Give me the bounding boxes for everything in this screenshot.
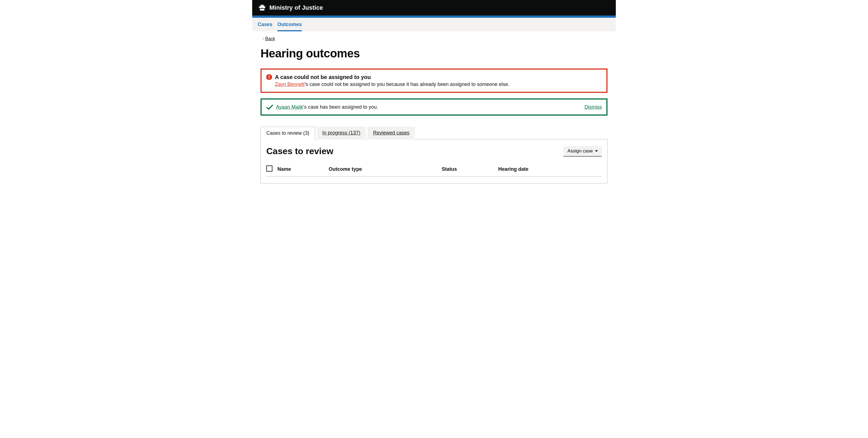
panel-header: Cases to review Assign case xyxy=(266,146,602,157)
dismiss-link[interactable]: Dismiss xyxy=(585,104,602,110)
nav-item-outcomes[interactable]: Outcomes xyxy=(277,18,302,31)
success-banner-message: Ayaan Malik's case has been assigned to … xyxy=(276,104,378,110)
svg-rect-1 xyxy=(269,75,270,77)
success-banner: Ayaan Malik's case has been assigned to … xyxy=(260,98,608,116)
cases-table: Name Outcome type Status Hearing date xyxy=(266,163,602,177)
select-all-cell xyxy=(266,163,277,177)
page-title: Hearing outcomes xyxy=(260,47,608,60)
svg-rect-2 xyxy=(269,78,270,79)
error-message-suffix: 's case could not be assigned to you bec… xyxy=(305,82,509,87)
global-header: Ministry of Justice xyxy=(252,0,616,15)
error-banner-title: A case could not be assigned to you xyxy=(275,74,602,81)
success-message-suffix: 's case has been assigned to you. xyxy=(303,104,378,110)
back-link[interactable]: 〈 Back xyxy=(260,36,275,41)
crown-logo-icon xyxy=(258,3,269,12)
error-banner: A case could not be assigned to you Zayn… xyxy=(260,68,608,93)
back-link-label: Back xyxy=(265,36,275,41)
col-hearing-date: Hearing date xyxy=(498,163,602,177)
caret-down-icon xyxy=(595,150,598,152)
nav-item-cases[interactable]: Cases xyxy=(258,18,272,31)
error-case-link[interactable]: Zayn Bennett xyxy=(275,82,305,87)
col-status: Status xyxy=(442,163,498,177)
assign-button-label: Assign case xyxy=(567,148,593,154)
tab-in-progress[interactable]: In progress (137) xyxy=(317,127,366,139)
tab-panel: Cases to review Assign case Name Out xyxy=(260,139,608,184)
tabs-list: Cases to review (3) In progress (137) Re… xyxy=(260,127,608,139)
header-org-name: Ministry of Justice xyxy=(269,4,323,11)
panel-title: Cases to review xyxy=(266,146,333,156)
col-outcome-type: Outcome type xyxy=(329,163,442,177)
tabs-container: Cases to review (3) In progress (137) Re… xyxy=(260,127,608,184)
error-banner-message: Zayn Bennett's case could not be assigne… xyxy=(275,82,602,87)
tab-cases-to-review[interactable]: Cases to review (3) xyxy=(260,127,315,139)
check-icon xyxy=(266,104,273,110)
main-content: 〈 Back Hearing outcomes A case could not… xyxy=(252,32,616,192)
error-icon xyxy=(266,74,272,80)
table-header-row: Name Outcome type Status Hearing date xyxy=(266,163,602,177)
chevron-left-icon: 〈 xyxy=(260,36,264,41)
header-accent-bar xyxy=(252,15,616,18)
success-case-link[interactable]: Ayaan Malik xyxy=(276,104,303,110)
assign-case-button[interactable]: Assign case xyxy=(563,146,602,157)
select-all-checkbox[interactable] xyxy=(266,165,272,171)
tab-reviewed-cases[interactable]: Reviewed cases xyxy=(368,127,415,139)
error-banner-content: A case could not be assigned to you Zayn… xyxy=(275,74,602,87)
primary-nav: Cases Outcomes xyxy=(252,18,616,32)
success-banner-content: Ayaan Malik's case has been assigned to … xyxy=(266,104,378,110)
col-name: Name xyxy=(277,163,329,177)
